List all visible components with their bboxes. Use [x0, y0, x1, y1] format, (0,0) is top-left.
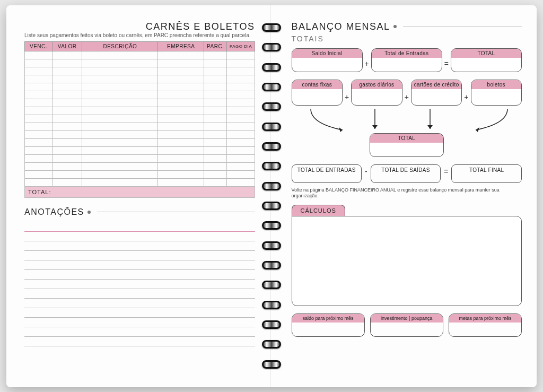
- box-expenses-total[interactable]: TOTAL: [370, 133, 444, 157]
- box-total-entradas[interactable]: Total de Entradas: [371, 48, 442, 72]
- instruction-note: Volte na página BALANÇO FINANCEIRO ANUAL…: [292, 187, 522, 199]
- equals-icon: =: [444, 167, 448, 183]
- bills-title: CARNÊS E BOLETOS: [24, 21, 255, 32]
- notes-title: ANOTAÇÕES: [24, 207, 255, 217]
- table-row[interactable]: [25, 107, 255, 115]
- table-row[interactable]: [25, 51, 255, 59]
- label-metas: metas para próximo mês: [449, 314, 521, 323]
- spiral-binding: [260, 5, 283, 387]
- balance-title: BALANÇO MENSAL: [292, 21, 522, 32]
- table-row[interactable]: [25, 115, 255, 123]
- label-expenses-total: TOTAL: [370, 134, 443, 143]
- table-row[interactable]: [25, 170, 255, 178]
- table-row[interactable]: [25, 130, 255, 138]
- notes-lines[interactable]: [24, 222, 255, 346]
- label-total-entradas: Total de Entradas: [372, 49, 442, 58]
- arrow-down-icon: [421, 108, 442, 134]
- right-page: BALANÇO MENSAL TOTAIS Saldo Inicial + To…: [270, 5, 537, 387]
- ring-icon: [262, 63, 281, 72]
- ring-icon: [262, 281, 281, 289]
- col-parc: PARC.: [204, 41, 227, 51]
- bullet-icon: [393, 25, 397, 28]
- bullet-icon: [87, 211, 91, 214]
- label-saldo-prox: saldo para próximo mês: [292, 314, 364, 323]
- plus-icon: +: [345, 93, 349, 106]
- box-saldo-inicial[interactable]: Saldo Inicial: [292, 48, 363, 72]
- label-investimento: investimento | poupança: [371, 314, 443, 323]
- arrow-down-icon: [470, 108, 513, 134]
- box-gastos-diarios[interactable]: gastos diários: [351, 80, 402, 106]
- ring-icon: [262, 320, 281, 329]
- ring-icon: [262, 261, 281, 269]
- bottom-row: saldo para próximo mês investimento | po…: [292, 313, 522, 337]
- ring-icon: [262, 123, 281, 131]
- label-total: TOTAL: [451, 49, 521, 58]
- expenses-total-row: TOTAL: [292, 133, 522, 157]
- plus-icon: +: [464, 93, 468, 106]
- ring-icon: [262, 162, 281, 170]
- ring-icon: [262, 182, 281, 190]
- bills-tbody: [25, 51, 255, 186]
- ring-icon: [262, 83, 281, 91]
- bills-table: VENC. VALOR DESCRIÇÃO EMPRESA PARC. PAGO…: [24, 41, 255, 187]
- table-row[interactable]: [25, 146, 255, 154]
- table-row[interactable]: [25, 162, 255, 170]
- ring-icon: [262, 23, 281, 32]
- calc-tab: CÁLCULOS: [292, 205, 345, 216]
- col-descricao: DESCRIÇÃO: [82, 41, 158, 51]
- ring-icon: [262, 241, 281, 250]
- label-saldo-inicial: Saldo Inicial: [292, 49, 362, 58]
- col-pago-dia: PAGO DIA: [227, 41, 255, 51]
- table-row[interactable]: [25, 67, 255, 75]
- table-row[interactable]: [25, 123, 255, 130]
- ring-icon: [262, 360, 281, 369]
- box-metas[interactable]: metas para próximo mês: [449, 313, 522, 337]
- table-row[interactable]: [25, 154, 255, 162]
- notebook: CARNÊS E BOLETOS Liste seus pagamentos f…: [6, 5, 537, 387]
- table-row[interactable]: [25, 138, 255, 146]
- col-venc: VENC.: [25, 41, 52, 51]
- box-total[interactable]: TOTAL: [451, 48, 522, 72]
- ring-icon: [262, 202, 281, 210]
- balance-subtitle: TOTAIS: [292, 34, 522, 43]
- entries-row: Saldo Inicial + Total de Entradas = TOTA…: [292, 48, 522, 72]
- table-row[interactable]: [25, 91, 255, 99]
- label-boletos: boletos: [471, 80, 521, 89]
- ring-icon: [262, 142, 281, 151]
- box-cartoes[interactable]: cartões de crédito: [411, 80, 462, 106]
- box-final-entradas[interactable]: TOTAL DE ENTRADAS: [292, 164, 362, 183]
- box-boletos[interactable]: boletos: [471, 80, 522, 106]
- table-row[interactable]: [25, 99, 255, 107]
- arrow-down-icon: [365, 108, 387, 134]
- label-gastos-diarios: gastos diários: [352, 80, 401, 89]
- plus-icon: +: [365, 59, 369, 72]
- equals-icon: =: [444, 59, 449, 72]
- col-valor: VALOR: [52, 41, 82, 51]
- box-final-saidas[interactable]: TOTAL DE SAÍDAS: [371, 164, 441, 183]
- arrows-group: [292, 108, 522, 134]
- bills-subtitle: Liste seus pagamentos feitos via boleto …: [24, 32, 255, 38]
- final-row: TOTAL DE ENTRADAS - TOTAL DE SAÍDAS = TO…: [292, 164, 522, 183]
- label-contas-fixas: contas fixas: [292, 80, 342, 89]
- box-total-final[interactable]: TOTAL FINAL: [451, 164, 522, 183]
- left-page: CARNÊS E BOLETOS Liste seus pagamentos f…: [6, 5, 270, 387]
- table-row[interactable]: [25, 178, 255, 186]
- label-cartoes: cartões de crédito: [411, 80, 461, 89]
- ring-icon: [262, 340, 281, 349]
- ring-icon: [262, 221, 281, 230]
- bills-total-label: TOTAL:: [24, 187, 255, 198]
- ring-icon: [262, 301, 281, 309]
- box-saldo-prox[interactable]: saldo para próximo mês: [292, 313, 365, 337]
- box-investimento[interactable]: investimento | poupança: [370, 313, 443, 337]
- table-row[interactable]: [25, 75, 255, 83]
- table-row[interactable]: [25, 59, 255, 67]
- box-contas-fixas[interactable]: contas fixas: [292, 80, 343, 106]
- ring-icon: [262, 43, 281, 51]
- notes-title-text: ANOTAÇÕES: [24, 207, 84, 217]
- balance-title-text: BALANÇO MENSAL: [292, 21, 390, 32]
- table-row[interactable]: [25, 83, 255, 91]
- expenses-row: contas fixas + gastos diários + cartões …: [292, 80, 522, 106]
- plus-icon: +: [405, 93, 409, 106]
- calc-box[interactable]: [292, 216, 522, 306]
- minus-icon: -: [365, 167, 367, 183]
